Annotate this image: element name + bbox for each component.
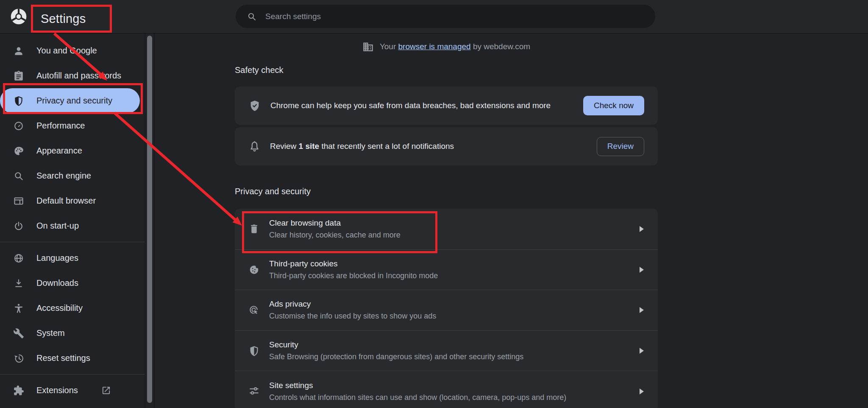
security-row[interactable]: Security Safe Browsing (protection from … [235, 330, 658, 371]
managed-browser-notice: Your browser is managed by webdew.com [235, 39, 658, 54]
download-icon [13, 278, 24, 289]
row-title: Third-party cookies [269, 259, 630, 268]
safety-check-card: Chrome can help keep you safe from data … [235, 87, 658, 125]
sidebar-item-accessibility[interactable]: Accessibility [0, 296, 145, 321]
search-input[interactable] [264, 11, 644, 22]
sidebar-item-label: Autofill and passwords [36, 71, 121, 81]
sidebar-item-you-and-google[interactable]: You and Google [0, 38, 145, 63]
wrench-icon [13, 328, 24, 339]
bell-icon [248, 140, 261, 153]
third-party-cookies-row[interactable]: Third-party cookies Third-party cookies … [235, 249, 658, 290]
chevron-right-icon [639, 347, 644, 354]
row-subtitle: Safe Browsing (protection from dangerous… [269, 352, 630, 361]
sidebar-item-system[interactable]: System [0, 321, 145, 346]
sidebar-item-extensions[interactable]: Extensions [0, 378, 145, 403]
puzzle-icon [13, 385, 24, 396]
ads-click-icon [248, 305, 260, 316]
shield-outline-icon [248, 345, 260, 357]
sidebar-item-autofill[interactable]: Autofill and passwords [0, 63, 145, 88]
sidebar-item-languages[interactable]: Languages [0, 246, 145, 271]
sidebar-item-label: You and Google [36, 46, 97, 56]
person-icon [13, 45, 24, 56]
sidebar-item-downloads[interactable]: Downloads [0, 271, 145, 296]
site-settings-row[interactable]: Site settings Controls what information … [235, 371, 658, 408]
browser-managed-link[interactable]: browser is managed [398, 42, 471, 51]
building-icon [362, 41, 374, 53]
open-in-new-icon [101, 386, 111, 395]
sidebar-item-label: Extensions [36, 386, 78, 395]
safety-check-text: Chrome can help keep you safe from data … [270, 101, 574, 110]
sidebar-item-label: Downloads [36, 278, 78, 288]
globe-icon [13, 253, 24, 264]
sidebar-item-label: Search engine [36, 171, 91, 181]
clipboard-icon [13, 70, 24, 81]
palette-icon [13, 145, 24, 156]
sidebar-item-reset-settings[interactable]: Reset settings [0, 346, 145, 371]
row-subtitle: Third-party cookies are blocked in Incog… [269, 271, 630, 280]
sidebar-divider [0, 374, 145, 374]
search-icon [247, 11, 257, 22]
notifications-review-text: Review 1 site that recently sent a lot o… [270, 142, 587, 151]
chevron-right-icon [639, 266, 644, 273]
sidebar-item-label: Appearance [36, 146, 82, 156]
power-icon [13, 221, 24, 232]
header: Settings [0, 0, 868, 33]
sidebar-item-label: Default browser [36, 196, 96, 206]
sidebar-item-label: System [36, 328, 65, 338]
sidebar-item-appearance[interactable]: Appearance [0, 138, 145, 163]
sidebar-item-label: Performance [36, 121, 85, 131]
trash-icon [248, 223, 260, 235]
history-icon [13, 353, 24, 364]
sidebar-item-label: Accessibility [36, 303, 83, 313]
row-subtitle: Controls what information sites can use … [269, 393, 630, 402]
cookie-icon [248, 264, 260, 275]
sidebar-item-on-start-up[interactable]: On start-up [0, 213, 145, 238]
sidebar-item-label: Languages [36, 253, 78, 263]
sidebar-scrollbar-track [145, 33, 155, 408]
sidebar-item-performance[interactable]: Performance [0, 113, 145, 138]
row-title: Security [269, 340, 630, 349]
sidebar-item-default-browser[interactable]: Default browser [0, 188, 145, 213]
row-title: Clear browsing data [269, 218, 630, 228]
tune-icon [248, 386, 260, 397]
sidebar-item-label: Privacy and security [36, 96, 112, 106]
sidebar: You and Google Autofill and passwords Pr… [0, 33, 145, 408]
sidebar-divider [0, 242, 145, 242]
browser-window-icon [13, 196, 24, 207]
sidebar-scrollbar-thumb[interactable] [147, 36, 152, 403]
page-title: Settings [41, 12, 86, 26]
check-now-button[interactable]: Check now [583, 96, 644, 115]
safety-check-heading: Safety check [235, 65, 284, 75]
chevron-right-icon [639, 307, 644, 313]
row-title: Site settings [269, 381, 630, 390]
accessibility-icon [13, 303, 24, 314]
shield-check-icon [248, 99, 261, 112]
clear-browsing-data-row[interactable]: Clear browsing data Clear history, cooki… [235, 209, 658, 249]
settings-search-bar[interactable] [236, 5, 655, 28]
review-button[interactable]: Review [597, 137, 644, 156]
sidebar-item-label: On start-up [36, 221, 79, 231]
chrome-logo-icon [9, 7, 28, 26]
chevron-right-icon [639, 388, 644, 395]
row-title: Ads privacy [269, 299, 630, 309]
magnifier-icon [13, 170, 24, 182]
notifications-review-card: Review 1 site that recently sent a lot o… [235, 127, 658, 165]
privacy-settings-card: Clear browsing data Clear history, cooki… [235, 209, 658, 408]
sidebar-item-privacy-and-security[interactable]: Privacy and security [0, 88, 140, 113]
sidebar-item-search-engine[interactable]: Search engine [0, 163, 145, 188]
chevron-right-icon [639, 226, 644, 232]
speedometer-icon [13, 120, 24, 131]
settings-title-annotation-box: Settings [31, 5, 112, 33]
privacy-section-heading: Privacy and security [235, 187, 311, 196]
managed-notice-text: Your browser is managed by webdew.com [380, 42, 530, 51]
sidebar-item-label: Reset settings [36, 353, 90, 363]
row-subtitle: Clear history, cookies, cache and more [269, 231, 630, 240]
ads-privacy-row[interactable]: Ads privacy Customise the info used by s… [235, 290, 658, 330]
row-subtitle: Customise the info used by sites to show… [269, 312, 630, 321]
shield-icon [13, 95, 24, 106]
